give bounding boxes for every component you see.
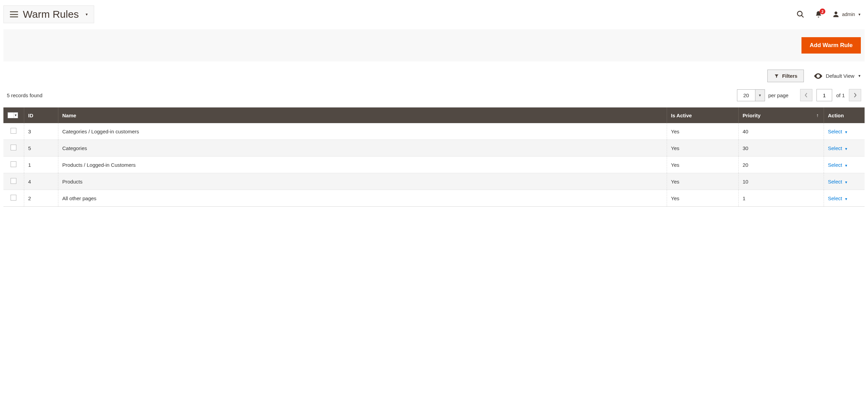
notification-badge: 2 bbox=[820, 9, 825, 14]
eye-icon bbox=[814, 73, 822, 79]
chevron-right-icon bbox=[853, 93, 857, 98]
cell-name: Products bbox=[58, 173, 667, 190]
row-checkbox[interactable] bbox=[11, 195, 16, 201]
row-action-select[interactable]: Select ▼ bbox=[828, 129, 848, 134]
cell-is-active: Yes bbox=[667, 157, 738, 173]
row-action-select[interactable]: Select ▼ bbox=[828, 162, 848, 168]
filters-label: Filters bbox=[782, 73, 797, 79]
table-row[interactable]: 3 Categories / Logged-in customers Yes 4… bbox=[3, 123, 865, 140]
cell-priority: 20 bbox=[738, 157, 824, 173]
cell-action: Select ▼ bbox=[824, 173, 865, 190]
page-title-dropdown[interactable]: Warm Rules ▾ bbox=[3, 5, 94, 23]
row-checkbox[interactable] bbox=[11, 178, 16, 184]
cell-id: 4 bbox=[24, 173, 58, 190]
row-action-select[interactable]: Select ▼ bbox=[828, 179, 848, 185]
view-label: Default View bbox=[826, 73, 854, 79]
records-found-label: 5 records found bbox=[7, 92, 42, 98]
row-action-select[interactable]: Select ▼ bbox=[828, 145, 848, 151]
pagination-block: 20 ▼ per page of 1 bbox=[737, 89, 861, 101]
user-menu[interactable]: admin ▼ bbox=[833, 11, 861, 18]
caret-down-icon: ▼ bbox=[14, 113, 17, 118]
page-input[interactable] bbox=[816, 89, 832, 101]
cell-checkbox bbox=[3, 123, 24, 140]
page-total-label: of 1 bbox=[836, 92, 845, 98]
cell-action: Select ▼ bbox=[824, 190, 865, 207]
user-icon bbox=[833, 11, 839, 18]
hamburger-icon bbox=[10, 11, 18, 17]
cell-action: Select ▼ bbox=[824, 123, 865, 140]
cell-action: Select ▼ bbox=[824, 157, 865, 173]
search-button[interactable] bbox=[796, 10, 805, 18]
grid-toolbar-bottom: 5 records found 20 ▼ per page of 1 bbox=[3, 86, 865, 107]
per-page-value: 20 bbox=[737, 90, 755, 101]
per-page-select[interactable]: 20 ▼ bbox=[737, 89, 765, 101]
cell-priority: 30 bbox=[738, 140, 824, 157]
pager: of 1 bbox=[800, 89, 861, 101]
cell-checkbox bbox=[3, 173, 24, 190]
svg-line-1 bbox=[801, 15, 804, 17]
cell-name: All other pages bbox=[58, 190, 667, 207]
cell-id: 3 bbox=[24, 123, 58, 140]
table-row[interactable]: 2 All other pages Yes 1 Select ▼ bbox=[3, 190, 865, 207]
cell-is-active: Yes bbox=[667, 190, 738, 207]
cell-checkbox bbox=[3, 157, 24, 173]
cell-priority: 1 bbox=[738, 190, 824, 207]
grid-body: 3 Categories / Logged-in customers Yes 4… bbox=[3, 123, 865, 207]
column-name[interactable]: Name bbox=[58, 107, 667, 123]
caret-down-icon: ▼ bbox=[755, 90, 765, 101]
funnel-icon bbox=[774, 74, 779, 78]
cell-checkbox bbox=[3, 140, 24, 157]
cell-id: 2 bbox=[24, 190, 58, 207]
header-actions: 2 admin ▼ bbox=[796, 10, 865, 18]
table-row[interactable]: 5 Categories Yes 30 Select ▼ bbox=[3, 140, 865, 157]
header: Warm Rules ▾ 2 admin ▼ bbox=[3, 3, 865, 29]
filters-button[interactable]: Filters bbox=[767, 70, 804, 82]
caret-down-icon: ▼ bbox=[858, 74, 861, 78]
column-action: Action bbox=[824, 107, 865, 123]
cell-priority: 40 bbox=[738, 123, 824, 140]
caret-down-icon: ▼ bbox=[843, 147, 848, 151]
cell-name: Products / Logged-in Customers bbox=[58, 157, 667, 173]
row-checkbox[interactable] bbox=[11, 128, 16, 134]
sort-asc-icon: ↑ bbox=[816, 113, 819, 118]
caret-down-icon: ▾ bbox=[86, 12, 88, 17]
add-warm-rule-button[interactable]: Add Warm Rule bbox=[801, 37, 861, 54]
cell-name: Categories / Logged-in customers bbox=[58, 123, 667, 140]
row-action-select[interactable]: Select ▼ bbox=[828, 195, 848, 201]
prev-page-button[interactable] bbox=[800, 89, 812, 101]
row-checkbox[interactable] bbox=[11, 161, 16, 167]
cell-id: 5 bbox=[24, 140, 58, 157]
notifications-button[interactable]: 2 bbox=[815, 11, 822, 18]
cell-action: Select ▼ bbox=[824, 140, 865, 157]
cell-checkbox bbox=[3, 190, 24, 207]
next-page-button[interactable] bbox=[849, 89, 861, 101]
cell-is-active: Yes bbox=[667, 123, 738, 140]
caret-down-icon: ▼ bbox=[843, 197, 848, 201]
column-priority-label: Priority bbox=[743, 113, 761, 118]
select-all-checkbox[interactable]: ▼ bbox=[8, 112, 18, 118]
column-is-active[interactable]: Is Active bbox=[667, 107, 738, 123]
view-selector[interactable]: Default View ▼ bbox=[814, 73, 861, 79]
row-checkbox[interactable] bbox=[11, 145, 16, 150]
cell-priority: 10 bbox=[738, 173, 824, 190]
action-bar: Add Warm Rule bbox=[3, 29, 865, 61]
column-checkbox: ▼ bbox=[3, 107, 24, 123]
chevron-left-icon bbox=[805, 93, 808, 98]
user-label: admin bbox=[842, 12, 855, 17]
caret-down-icon: ▼ bbox=[843, 180, 848, 184]
caret-down-icon: ▼ bbox=[858, 13, 861, 16]
table-row[interactable]: 1 Products / Logged-in Customers Yes 20 … bbox=[3, 157, 865, 173]
caret-down-icon: ▼ bbox=[843, 130, 848, 134]
column-priority[interactable]: Priority ↑ bbox=[738, 107, 824, 123]
caret-down-icon: ▼ bbox=[843, 164, 848, 167]
cell-is-active: Yes bbox=[667, 173, 738, 190]
grid-toolbar-top: Filters Default View ▼ bbox=[3, 65, 865, 86]
svg-point-2 bbox=[818, 75, 819, 77]
search-icon bbox=[796, 10, 805, 18]
page-title: Warm Rules bbox=[23, 9, 79, 20]
column-id[interactable]: ID bbox=[24, 107, 58, 123]
per-page-label: per page bbox=[768, 92, 789, 98]
svg-point-0 bbox=[797, 11, 802, 16]
cell-id: 1 bbox=[24, 157, 58, 173]
table-row[interactable]: 4 Products Yes 10 Select ▼ bbox=[3, 173, 865, 190]
